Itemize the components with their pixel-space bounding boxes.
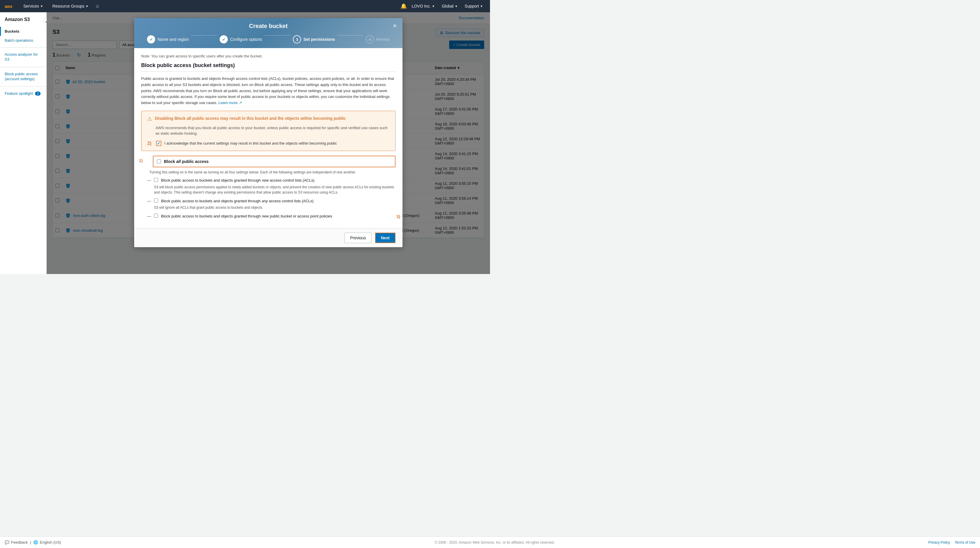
previous-button[interactable]: Previous [344,233,371,243]
modal-body: Note: You can grant access to specific u… [134,48,402,228]
sub-option-2-checkbox[interactable] [154,199,158,203]
dash-icon-3: — [147,214,151,218]
step-1-label: Name and region [158,37,189,42]
sub-option-1-checkbox[interactable] [154,178,158,182]
step-annotation-2: 2) [147,141,151,146]
nav-right: 🔔 LOVO Inc. ▼ Global ▼ Support ▼ [401,3,485,10]
step-1-icon: ✓ [147,35,155,43]
warning-box: ⚠ Disabling Block all public access may … [141,111,396,151]
warning-desc: AWS recommends that you block all public… [156,125,390,137]
sub-option-3: — Block public access to buckets and obj… [147,214,396,219]
step-divider-2 [264,35,291,36]
checkmark-icon: ✓ [157,141,161,146]
sidebar-title: Amazon S3 [0,17,46,27]
acknowledge-checkbox[interactable]: ✓ [156,141,161,146]
step-4-icon: 4 [366,35,374,43]
wizard-step-review: 4 Review [366,35,390,43]
sub-option-1-label: Block public access to buckets and objec… [161,178,314,183]
block-all-checkbox[interactable] [157,159,161,164]
feature-spotlight-badge: 2 [35,92,40,95]
services-chevron-icon: ▼ [40,5,43,8]
sub-option-row-2: — Block public access to buckets and obj… [147,199,396,204]
sub-option-1-desc: S3 will block public access permissions … [154,184,396,195]
content-area: Use... Documentation S3 🖥 Discover the c… [47,12,490,274]
learn-more-link[interactable]: Learn more ↗ [218,100,242,105]
resource-groups-nav[interactable]: Resource Groups ▼ [50,3,91,10]
step-annotation-3: 3) [396,214,400,219]
favorites-icon[interactable]: ☆ [95,3,99,9]
sub-option-row-1: — Block public access to buckets and obj… [147,178,396,183]
svg-text:aws: aws [5,4,13,9]
support-nav[interactable]: Support ▼ [462,3,485,10]
step-2-label: Configure options [230,37,262,42]
block-all-label: Block all public access [164,159,208,164]
step-divider-3 [337,35,364,36]
step-4-label: Review [376,37,390,42]
support-chevron-icon: ▼ [480,5,483,8]
sidebar-item-batch-operations[interactable]: Batch operations [0,36,46,45]
aws-logo[interactable]: aws [5,3,16,10]
step-annotation-1: 1) [139,158,143,163]
sub-option-1: — Block public access to buckets and obj… [147,178,396,195]
sidebar-divider [0,47,46,48]
sidebar-item-block-public-access[interactable]: Block public access (account settings) [0,69,46,84]
step-2-icon: ✓ [220,35,228,43]
top-navigation: aws Services ▼ Resource Groups ▼ ☆ 🔔 LOV… [0,0,490,12]
sub-option-3-checkbox[interactable] [154,214,158,218]
global-chevron-icon: ▼ [455,5,458,8]
sub-option-3-label: Block public access to buckets and objec… [161,214,332,219]
step-3-icon: 3 [293,35,301,43]
next-button[interactable]: Next [375,233,396,243]
wizard-step-permissions: 3 Set permissions [293,35,335,43]
sub-option-2: — Block public access to buckets and obj… [147,199,396,210]
dash-icon-1: — [147,178,151,183]
company-chevron-icon: ▼ [432,5,435,8]
section-title: Block public access (bucket settings) [141,62,396,72]
wizard-step-configure: ✓ Configure options [220,35,262,43]
sidebar: Amazon S3 ◀ Buckets Batch operations Acc… [0,12,47,274]
sidebar-divider-3 [0,86,46,87]
step-3-label: Set permissions [303,37,335,42]
wizard-steps: ✓ Name and region ✓ Configure options 3 … [141,35,396,43]
wizard-step-name-region: ✓ Name and region [147,35,189,43]
sidebar-item-buckets[interactable]: Buckets [0,27,46,36]
modal-overlay: Create bucket × ✓ Name and region ✓ Conf… [47,12,490,274]
block-all-desc: Turning this setting on is the same as t… [150,170,396,175]
resource-groups-chevron-icon: ▼ [86,5,88,8]
block-access-section: 1) Block all public access Turning this … [141,156,396,219]
dash-icon-2: — [147,199,151,203]
warning-triangle-icon: ⚠ [147,116,152,122]
acknowledge-text: I acknowledge that the current settings … [164,140,337,146]
sub-option-row-3: — Block public access to buckets and obj… [147,214,396,219]
modal-close-button[interactable]: × [393,23,397,29]
company-nav[interactable]: LOVO Inc. ▼ [409,3,437,10]
notifications-icon[interactable]: 🔔 [401,3,407,10]
warning-header: ⚠ Disabling Block all public access may … [147,116,390,122]
block-all-row: Block all public access [153,156,396,167]
sidebar-item-feature-spotlight[interactable]: Feature spotlight 2 [0,89,46,98]
global-nav[interactable]: Global ▼ [439,3,460,10]
warning-title: Disabling Block all public access may re… [155,116,346,122]
sub-option-2-desc: S3 will ignore all ACLs that grant publi… [154,205,396,210]
section-desc: Public access is granted to buckets and … [141,76,396,106]
modal-title: Create bucket [141,23,396,29]
sidebar-item-access-analyzer[interactable]: Access analyzer for S3 [0,50,46,64]
create-bucket-modal: Create bucket × ✓ Name and region ✓ Conf… [134,18,402,247]
modal-header: Create bucket × ✓ Name and region ✓ Conf… [134,18,402,48]
modal-footer: Previous Next [134,228,402,247]
main-layout: Amazon S3 ◀ Buckets Batch operations Acc… [0,12,490,274]
services-nav[interactable]: Services ▼ [21,3,46,10]
sub-option-2-label: Block public access to buckets and objec… [161,199,313,204]
note-text: Note: You can grant access to specific u… [141,54,396,58]
acknowledge-row: 2) ✓ I acknowledge that the current sett… [147,140,390,146]
step-divider-1 [191,35,217,36]
